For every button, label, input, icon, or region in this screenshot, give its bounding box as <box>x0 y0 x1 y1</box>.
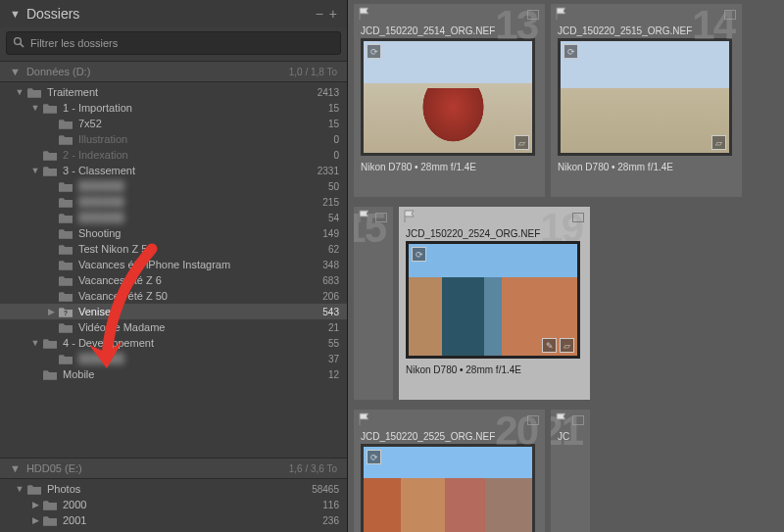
folder-count: 55 <box>324 338 339 349</box>
folders-panel: ▼ Dossiers − + ▼ Données (D:) 1,0 / 1,8 … <box>0 0 348 532</box>
folder-label: ██████ <box>78 353 324 364</box>
folder-count: 21 <box>324 322 339 333</box>
stack-icon[interactable] <box>572 415 584 425</box>
folder-row[interactable]: Vacances été Z 50206 <box>0 288 347 304</box>
folder-row[interactable]: Vacances été iPhone Instagram348 <box>0 257 347 272</box>
thumbnail-cell[interactable]: 20JCD_150220_2525_ORG.NEF⟳▱Nikon D780 • … <box>354 410 545 532</box>
folder-count: 15 <box>324 119 339 129</box>
folder-row[interactable]: Illustration0 <box>0 131 347 147</box>
folder-row[interactable]: Test Nikon Z 562 <box>0 241 347 257</box>
flag-icon[interactable] <box>358 7 371 21</box>
folder-count: 348 <box>318 260 339 270</box>
folder-row[interactable]: Vacances été Z 6683 <box>0 272 347 288</box>
folder-row[interactable]: ██████50 <box>0 178 347 194</box>
folder-label: 7x52 <box>78 118 324 129</box>
stack-icon[interactable] <box>527 10 539 20</box>
folder-icon <box>43 103 57 114</box>
folder-row[interactable]: Vidéo Ile Madame21 <box>0 319 347 335</box>
folder-label: ██████ <box>78 212 324 223</box>
thumbnail-cell-selected[interactable]: 19JCD_150220_2524_ORG.NEF⟳✎▱Nikon D780 •… <box>399 207 590 400</box>
chevron-down-icon: ▼ <box>10 462 21 474</box>
flag-icon[interactable] <box>403 210 416 223</box>
folder-row[interactable]: ▼3 - Classement2331 <box>0 163 347 178</box>
stack-icon[interactable] <box>724 10 736 20</box>
chevron-down-icon[interactable]: ▼ <box>29 166 41 175</box>
thumbnail-frame: ⟳▱ <box>361 444 535 532</box>
camera-meta: Nikon D780 • 28mm f/1.4E <box>406 364 583 375</box>
chevron-right-icon[interactable]: ▶ <box>29 515 41 525</box>
sync-badge-icon: ⟳ <box>367 44 381 59</box>
folder-count: 0 <box>329 134 339 145</box>
flag-icon[interactable] <box>555 7 568 21</box>
folder-row-selected[interactable]: ▶?Venise543 <box>0 304 347 319</box>
flag-icon[interactable] <box>358 210 371 223</box>
chevron-down-icon: ▼ <box>10 66 21 77</box>
panel-header: ▼ Dossiers − + <box>0 0 347 27</box>
svg-point-0 <box>15 38 22 45</box>
chevron-right-icon[interactable]: ▶ <box>29 500 41 509</box>
search-icon <box>13 36 24 50</box>
folder-row[interactable]: ▼Photos58465 <box>0 481 347 497</box>
folder-row[interactable]: ▼Traitement2413 <box>0 84 347 100</box>
folder-icon <box>59 228 73 239</box>
chevron-right-icon[interactable]: ▶ <box>45 307 57 316</box>
flag-icon[interactable] <box>358 412 371 426</box>
folder-row[interactable]: ██████37 <box>0 351 347 366</box>
stack-icon[interactable] <box>375 213 387 222</box>
folder-row[interactable]: ▼4 - Developpement55 <box>0 335 347 351</box>
volume-d[interactable]: ▼ Données (D:) 1,0 / 1,8 To <box>0 61 347 82</box>
volume-capacity: 1,0 / 1,8 To <box>289 67 337 77</box>
folder-label: Photos <box>47 483 308 495</box>
folder-label: Traitement <box>47 86 314 98</box>
folder-count: 62 <box>324 244 339 255</box>
thumbnail-cell[interactable]: 15 <box>354 207 393 400</box>
folder-label: Vacances été Z 50 <box>78 290 318 302</box>
camera-meta: Nikon D780 • 28mm f/1.4E <box>361 162 538 172</box>
folder-row[interactable]: Mobile12 <box>0 366 347 382</box>
panel-plus-icon[interactable]: + <box>329 6 337 22</box>
folder-label: Mobile <box>63 368 324 380</box>
folder-label: Illustration <box>78 133 329 145</box>
filter-folders-input[interactable] <box>30 37 334 49</box>
panel-collapse-caret[interactable]: ▼ <box>10 8 21 20</box>
panel-minus-icon[interactable]: − <box>316 6 323 22</box>
stack-icon[interactable] <box>527 415 539 425</box>
folder-row[interactable]: ██████215 <box>0 194 347 210</box>
thumbnail-image[interactable]: ⟳▱ <box>364 447 532 532</box>
folder-row[interactable]: ▶2000116 <box>0 497 347 512</box>
folder-row[interactable]: ██████54 <box>0 210 347 225</box>
folder-count: 37 <box>324 354 339 364</box>
flag-icon[interactable] <box>555 412 568 426</box>
thumbnail-image[interactable]: ⟳✎▱ <box>409 244 577 356</box>
thumbnail-cell[interactable]: 14JCD_150220_2515_ORG.NEF⟳▱Nikon D780 • … <box>551 4 742 197</box>
svg-text:?: ? <box>64 310 68 316</box>
thumbnail-grid[interactable]: 13JCD_150220_2514_ORG.NEF⟳▱Nikon D780 • … <box>348 0 784 532</box>
folder-tree-d[interactable]: ▼Traitement2413▼1 - Importation157x5215I… <box>0 82 347 458</box>
volume-name: HDD05 (E:) <box>26 462 289 474</box>
folder-label: 3 - Classement <box>63 165 314 176</box>
thumbnail-cell[interactable]: 13JCD_150220_2514_ORG.NEF⟳▱Nikon D780 • … <box>354 4 545 197</box>
thumbnail-image[interactable]: ⟳▱ <box>364 41 532 153</box>
chevron-down-icon[interactable]: ▼ <box>29 103 41 113</box>
folder-label: Venise <box>78 306 318 317</box>
folder-icon <box>59 181 73 192</box>
folder-row[interactable]: ▶2001236 <box>0 512 347 528</box>
thumbnail-image[interactable]: ⟳▱ <box>561 41 729 153</box>
folder-label: ██████ <box>78 196 318 208</box>
filter-row[interactable] <box>6 31 341 55</box>
folder-row[interactable]: ▼1 - Importation15 <box>0 100 347 116</box>
folder-row[interactable]: 2 - Indexation0 <box>0 147 347 163</box>
chevron-down-icon[interactable]: ▼ <box>14 87 25 97</box>
folder-count: 149 <box>318 228 339 239</box>
folder-count: 2413 <box>314 87 339 98</box>
folder-icon <box>59 197 73 208</box>
stack-icon[interactable] <box>572 213 584 222</box>
thumbnail-cell[interactable]: 21JC <box>551 410 590 532</box>
volume-e[interactable]: ▼ HDD05 (E:) 1,6 / 3,6 To <box>0 458 347 479</box>
folder-label: ██████ <box>78 180 324 192</box>
folder-row[interactable]: 7x5215 <box>0 116 347 131</box>
chevron-down-icon[interactable]: ▼ <box>29 338 41 348</box>
folder-row[interactable]: Shooting149 <box>0 225 347 241</box>
folder-tree-e[interactable]: ▼Photos58465▶2000116▶2001236 <box>0 479 347 532</box>
chevron-down-icon[interactable]: ▼ <box>14 484 25 494</box>
